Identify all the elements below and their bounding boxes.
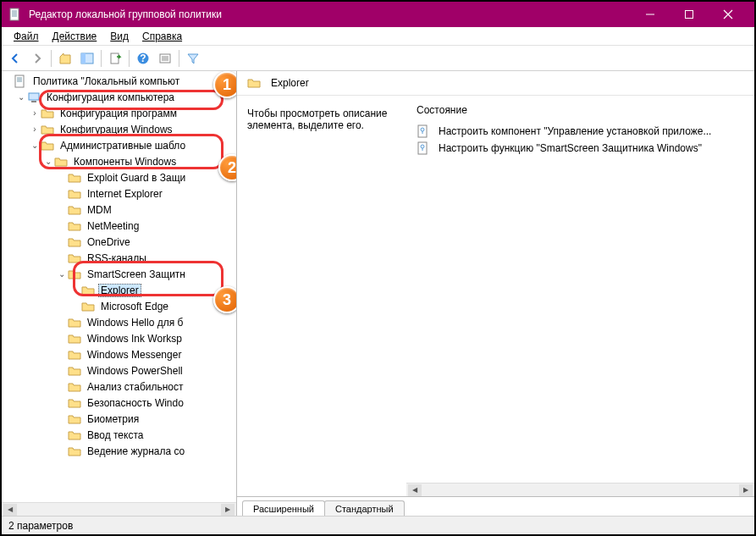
tree-item[interactable]: Ведение журнала со — [2, 443, 236, 459]
folder-icon — [41, 123, 54, 136]
tree-smartscreen[interactable]: ⌄SmartScreen Защитн — [2, 266, 236, 282]
tree-label: Ввод текста — [85, 428, 146, 442]
expand-icon[interactable]: ⌄ — [15, 92, 27, 102]
svg-rect-22 — [29, 93, 39, 100]
folder-icon — [68, 412, 81, 426]
tree-edge[interactable]: Microsoft Edge — [2, 298, 236, 314]
menu-help[interactable]: Справка — [135, 29, 189, 44]
tree-computer-config[interactable]: ⌄Конфигурация компьютера — [2, 89, 236, 105]
menu-file[interactable]: Файл — [7, 29, 46, 44]
minimize-button[interactable] — [631, 2, 670, 27]
tree-item[interactable]: Биометрия — [2, 411, 236, 427]
tree-windows-components[interactable]: ⌄Компоненты Windows — [2, 153, 236, 169]
tree-label: Безопасность Windo — [85, 396, 186, 410]
tree-item[interactable]: Безопасность Windo — [2, 395, 236, 411]
filter-button[interactable] — [183, 48, 203, 69]
tree-label: Microsoft Edge — [98, 300, 171, 313]
tree-item[interactable]: RSS-каналы — [2, 250, 236, 266]
column-header-state[interactable]: Состояние — [417, 104, 744, 116]
tree-label: Конфигурация программ — [58, 107, 179, 120]
folder-icon — [68, 203, 81, 217]
expand-icon[interactable]: ⌄ — [42, 157, 54, 166]
window-title: Редактор локальной групповой политики — [29, 8, 631, 20]
back-button[interactable] — [5, 48, 25, 69]
tree-label: Windows Ink Worksp — [85, 332, 185, 345]
forward-button[interactable] — [27, 48, 47, 69]
setting-row[interactable]: Настроить компонент "Управление установк… — [417, 123, 744, 140]
tree-label: NetMeeting — [85, 219, 141, 233]
tree-root[interactable]: Политика "Локальный компьют — [2, 73, 236, 89]
help-button[interactable]: ? — [133, 48, 153, 69]
folder-icon — [54, 155, 68, 169]
tree-item[interactable]: Windows Messenger — [2, 346, 236, 362]
tree-label: Explorer — [98, 284, 141, 297]
tree-item[interactable]: NetMeeting — [2, 218, 236, 234]
tree-windows-config[interactable]: ›Конфигурация Windows — [2, 121, 236, 137]
toolbar-separator — [129, 50, 130, 67]
folder-icon — [68, 380, 81, 394]
folder-icon — [41, 139, 54, 152]
tree-item[interactable]: Windows PowerShell — [2, 362, 236, 379]
status-text: 2 параметров — [8, 520, 73, 532]
up-button[interactable] — [55, 48, 75, 69]
show-tree-button[interactable] — [77, 48, 97, 69]
tree-scroll-horizontal[interactable]: ◀▶ — [2, 502, 236, 516]
view-tabs: Расширенный Стандартный — [237, 497, 754, 516]
tree-item[interactable]: Ввод текста — [2, 427, 236, 443]
tab-extended[interactable]: Расширенный — [242, 500, 325, 516]
setting-label: Настроить компонент "Управление установк… — [439, 125, 711, 137]
settings-list: Состояние Настроить компонент "Управлени… — [406, 96, 754, 496]
maximize-button[interactable] — [670, 2, 709, 27]
folder-icon — [68, 187, 81, 201]
tab-standard[interactable]: Стандартный — [324, 500, 405, 516]
close-button[interactable] — [709, 2, 748, 27]
tree-label: Windows Hello для б — [85, 316, 185, 329]
tree-admin-templates[interactable]: ⌄Административные шабло — [2, 137, 236, 153]
details-pane: Explorer Чтобы просмотреть описание элем… — [237, 71, 754, 516]
menubar: Файл Действие Вид Справка — [2, 27, 754, 46]
tree-program-config[interactable]: ›Конфигурация программ — [2, 105, 236, 121]
folder-icon — [81, 300, 95, 313]
tree-item[interactable]: Анализ стабильност — [2, 379, 236, 395]
properties-button[interactable] — [155, 48, 175, 69]
expand-icon[interactable]: › — [29, 124, 41, 134]
details-title: Explorer — [271, 77, 309, 89]
tree-explorer[interactable]: Explorer — [2, 282, 236, 298]
expand-icon[interactable]: ⌄ — [29, 141, 41, 150]
tree-label: Windows Messenger — [85, 348, 184, 362]
folder-icon — [81, 284, 95, 297]
tree-item[interactable]: MDM — [2, 202, 236, 218]
tree-item[interactable]: Windows Ink Worksp — [2, 330, 236, 346]
expand-icon[interactable]: › — [29, 108, 41, 118]
tree-label: Политика "Локальный компьют — [30, 75, 182, 88]
folder-icon — [68, 348, 81, 362]
export-button[interactable] — [105, 48, 125, 69]
description-text: Чтобы просмотреть описание элемента, выд… — [247, 108, 396, 131]
folder-icon — [68, 171, 81, 185]
folder-icon — [68, 251, 81, 265]
folder-icon — [68, 396, 81, 410]
svg-rect-11 — [111, 53, 119, 64]
tree-item[interactable]: Internet Explorer — [2, 185, 236, 202]
menu-view[interactable]: Вид — [103, 29, 135, 44]
tree-label: Биометрия — [85, 412, 141, 426]
tree-pane[interactable]: Политика "Локальный компьют⌄Конфигурация… — [2, 71, 237, 516]
tree-label: Windows PowerShell — [85, 364, 185, 378]
expand-icon[interactable]: ⌄ — [56, 269, 68, 279]
svg-rect-23 — [31, 101, 36, 102]
toolbar-separator — [51, 50, 52, 67]
tree-label: RSS-каналы — [85, 251, 149, 265]
folder-icon — [27, 91, 41, 104]
tree-label: MDM — [85, 203, 114, 217]
tree-item[interactable]: OneDrive — [2, 234, 236, 250]
folder-icon — [68, 316, 81, 329]
tree-label: Exploit Guard в Защи — [85, 171, 188, 185]
toolbar: ? — [2, 46, 754, 71]
tree-item[interactable]: Windows Hello для б — [2, 314, 236, 330]
menu-action[interactable]: Действие — [46, 29, 104, 44]
list-scroll-horizontal[interactable]: ◀▶ — [406, 483, 754, 496]
tree-item[interactable]: Exploit Guard в Защи — [2, 169, 236, 185]
setting-row[interactable]: Настроить функцию "SmartScreen Защитника… — [417, 140, 744, 157]
folder-icon — [68, 268, 81, 281]
svg-rect-6 — [686, 11, 693, 19]
